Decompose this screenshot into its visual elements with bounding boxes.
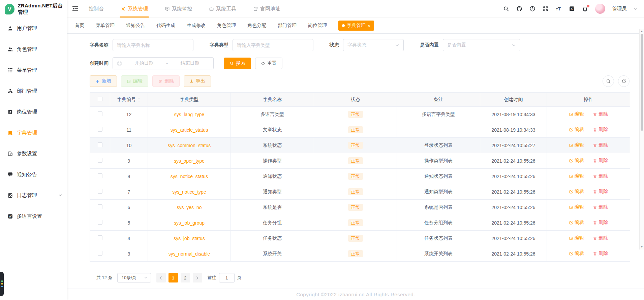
top-nav-item[interactable]: 控制台 [88,0,105,18]
sidebar-menu-item[interactable]: 岗位管理 [0,101,67,122]
dict-type-link[interactable]: sys_common_status [168,143,211,148]
page-tab[interactable]: 角色管理 [217,23,236,29]
dict-type-link[interactable]: sys_article_status [171,127,208,133]
font-size-icon[interactable] [556,6,562,12]
page-tab[interactable]: 通知公告 [126,23,145,29]
dict-type-link[interactable]: sys_job_status [174,236,205,241]
page-number-button[interactable]: 2 [181,273,190,282]
row-delete-link[interactable]: 删除 [593,235,608,241]
floating-widget-handle[interactable] [0,272,4,296]
row-checkbox[interactable] [98,220,102,225]
row-edit-link[interactable]: 编辑 [569,220,584,226]
start-date-placeholder[interactable]: 开始日期 [125,60,163,66]
row-delete-link[interactable]: 删除 [593,251,608,257]
row-edit-link[interactable]: 编辑 [569,111,584,117]
row-edit-link[interactable]: 编辑 [569,189,584,195]
dict-type-link[interactable]: sys_notice_status [171,174,208,179]
builtin-select[interactable]: 是否内置 [443,39,520,51]
sidebar-menu-item[interactable]: 多语言设置 [0,206,67,227]
row-delete-link[interactable]: 删除 [593,220,608,226]
top-nav-item[interactable]: 官网地址 [252,0,281,18]
dict-type-link[interactable]: sys_job_group [174,220,205,226]
column-header[interactable]: 字典编号 [110,93,148,107]
end-date-placeholder[interactable]: 结束日期 [171,60,209,66]
close-icon[interactable]: × [368,23,370,28]
top-nav-item[interactable]: 系统管理 [120,0,149,18]
row-delete-link[interactable]: 删除 [593,142,608,148]
sort-caret-icon[interactable] [137,97,141,102]
row-delete-link[interactable]: 删除 [593,204,608,210]
prev-page-button[interactable] [156,273,166,282]
sidebar-menu-item[interactable]: 通知公告 [0,164,67,185]
username[interactable]: 管理员 [612,6,626,12]
column-header[interactable]: 创建时间 [480,93,547,107]
row-delete-link[interactable]: 删除 [593,189,608,195]
export-button[interactable]: 导出 [184,75,211,87]
page-tab[interactable]: 部门管理 [278,23,297,29]
sidebar-menu-item[interactable]: 部门管理 [0,80,67,101]
row-edit-link[interactable]: 编辑 [569,158,584,164]
row-edit-link[interactable]: 编辑 [569,251,584,257]
dict-type-link[interactable]: sys_normal_disable [168,251,210,257]
top-nav-item[interactable]: 系统工具 [208,0,237,18]
scroll-down-arrow-icon[interactable]: ▼ [641,245,643,249]
fullscreen-icon[interactable] [543,6,549,12]
sidebar-menu-item[interactable]: 参数设置 [0,143,67,164]
scrollbar-thumb[interactable] [641,34,643,131]
row-edit-link[interactable]: 编辑 [569,173,584,179]
row-checkbox[interactable] [98,158,102,163]
show-search-toggle-button[interactable] [603,75,614,87]
row-checkbox[interactable] [98,142,102,147]
add-button[interactable]: 新增 [90,75,117,87]
row-delete-link[interactable]: 删除 [593,173,608,179]
row-edit-link[interactable]: 编辑 [569,127,584,133]
row-delete-link[interactable]: 删除 [593,158,608,164]
sidebar-menu-item[interactable]: 菜单管理 [0,60,67,80]
row-delete-link[interactable]: 删除 [593,127,608,133]
row-edit-link[interactable]: 编辑 [569,204,584,210]
bell-icon[interactable] [582,6,588,12]
status-select[interactable]: 字典状态 [343,39,404,51]
edit-button[interactable]: 编辑 [121,75,148,87]
dict-type-input[interactable] [237,42,309,48]
translate-icon[interactable] [569,6,575,12]
row-edit-link[interactable]: 编辑 [569,235,584,241]
page-tab[interactable]: 生成修改 [187,23,206,29]
dict-type-link[interactable]: sys_notice_type [172,189,206,195]
page-tab[interactable]: 首页 [75,23,84,29]
row-delete-link[interactable]: 删除 [593,111,608,117]
column-header[interactable]: 状态 [314,93,397,107]
date-range-picker[interactable]: 开始日期 - 结束日期 [113,57,214,69]
next-page-button[interactable] [193,273,202,282]
row-checkbox[interactable] [98,173,102,178]
page-tab[interactable]: 角色分配 [247,23,266,29]
column-header[interactable]: 字典类型 [148,93,231,107]
row-edit-link[interactable]: 编辑 [569,142,584,148]
sidebar-menu-item[interactable]: 用户管理 [0,18,67,39]
help-icon[interactable] [529,6,535,12]
sidebar-menu-item[interactable]: 字典管理 [0,122,67,143]
page-tab[interactable]: 代码生成 [156,23,175,29]
chevron-down-icon[interactable] [634,7,638,11]
top-nav-item[interactable]: 系统监控 [164,0,193,18]
select-all-checkbox[interactable] [98,97,102,101]
page-tab[interactable]: 岗位管理 [308,23,327,29]
vertical-scrollbar[interactable]: ▲ ▼ [639,29,644,249]
dict-type-link[interactable]: sys_oper_type [174,158,205,164]
search-button[interactable]: 搜索 [224,58,251,69]
row-checkbox[interactable] [98,111,102,116]
scroll-up-arrow-icon[interactable]: ▲ [641,29,643,34]
reset-button[interactable]: 重置 [255,58,282,69]
delete-button[interactable]: 删除 [152,75,180,87]
column-header[interactable]: 操作 [547,93,630,107]
tab-dict-management-active[interactable]: 字典管理 × [338,21,374,31]
row-checkbox[interactable] [98,235,102,240]
column-header[interactable]: 字典名称 [231,93,314,107]
app-logo-row[interactable]: V ZRAdmin.NET后台管理 [0,0,67,18]
refresh-table-button[interactable] [618,75,630,87]
goto-page-input[interactable] [219,273,235,282]
row-checkbox[interactable] [98,204,102,209]
sidebar-menu-item[interactable]: 角色管理 [0,39,67,60]
page-size-select[interactable]: 10条/页 [117,273,151,282]
sidebar-collapse-icon[interactable] [71,5,79,12]
